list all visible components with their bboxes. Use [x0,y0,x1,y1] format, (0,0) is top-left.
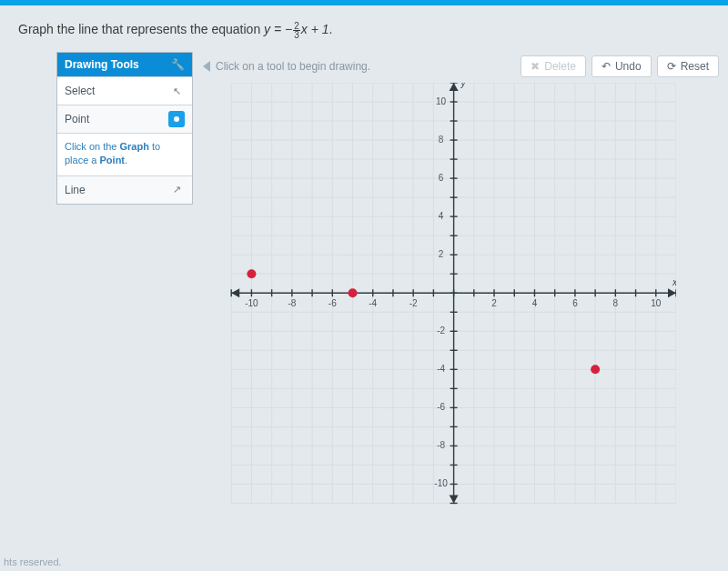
footer-text: hts reserved. [0,556,62,567]
workspace: Drawing Tools 🔧 Select ↖ Point Click on … [0,52,728,530]
svg-text:y: y [460,83,467,88]
equation-lhs: y = − [264,22,292,36]
svg-text:-6: -6 [437,402,445,412]
svg-point-121 [349,288,358,297]
graph-area[interactable]: xy -10-8-6-4-2246810-10-8-6-4-2246810 [203,83,676,530]
svg-point-120 [247,269,256,278]
svg-text:2: 2 [439,249,444,259]
sidebar-title: Drawing Tools [65,58,139,71]
svg-text:-10: -10 [245,298,258,308]
question-prompt: Graph the line that represents the equat… [0,5,728,52]
svg-point-122 [591,365,600,374]
point-icon [168,111,185,127]
tool-select[interactable]: Select ↖ [57,76,192,105]
svg-text:-10: -10 [434,478,448,488]
tool-hint: Click on the Graph to place a Point. [57,133,192,175]
tool-point[interactable]: Point [57,105,192,133]
tool-line-label: Line [65,184,86,196]
graph-panel: Click on a tool to begin drawing. ✖ Dele… [197,52,728,530]
reset-button[interactable]: ⟳ Reset [657,55,719,77]
toolbar-hint-row: Click on a tool to begin drawing. [203,60,370,73]
line-icon: ↗ [168,182,185,198]
svg-text:-2: -2 [410,298,418,308]
svg-text:-4: -4 [437,364,445,374]
svg-text:x: x [672,277,676,287]
tool-point-label: Point [65,113,89,125]
toolbar-hint: Click on a tool to begin drawing. [216,60,370,73]
equation-fraction: 23 [293,22,300,39]
svg-marker-49 [231,288,239,297]
svg-text:-8: -8 [437,440,445,450]
svg-text:4: 4 [439,211,444,221]
svg-text:-6: -6 [329,298,337,308]
svg-text:-2: -2 [437,326,445,336]
chevron-left-icon [203,61,210,72]
coordinate-grid[interactable]: xy -10-8-6-4-2246810-10-8-6-4-2246810 [203,83,676,530]
tool-line[interactable]: Line ↗ [57,175,192,204]
prompt-text: Graph the line that represents the equat… [18,22,264,36]
equation-rhs: x + 1 [301,22,329,36]
drawing-tools-sidebar: Drawing Tools 🔧 Select ↖ Point Click on … [56,52,193,205]
svg-marker-48 [668,288,676,297]
svg-text:2: 2 [491,298,497,308]
svg-text:-8: -8 [288,298,296,308]
sidebar-header: Drawing Tools 🔧 [57,53,192,76]
svg-text:-4: -4 [369,298,377,308]
prompt-trailing: . [329,22,333,36]
svg-marker-51 [450,495,459,503]
svg-marker-50 [450,83,459,91]
undo-button[interactable]: ↶ Undo [592,55,652,77]
delete-icon: ✖ [531,60,540,73]
reset-icon: ⟳ [667,60,676,73]
svg-text:10: 10 [651,298,662,308]
svg-text:6: 6 [439,173,444,183]
tool-select-label: Select [65,85,95,97]
svg-text:8: 8 [439,135,444,145]
svg-text:6: 6 [572,298,578,308]
cursor-icon: ↖ [168,83,185,99]
delete-label: Delete [544,60,576,73]
undo-label: Undo [615,60,642,73]
delete-button[interactable]: ✖ Delete [521,55,586,77]
toolbar-buttons: ✖ Delete ↶ Undo ⟳ Reset [521,55,719,77]
wrench-icon: 🔧 [171,58,185,71]
svg-text:4: 4 [532,298,538,308]
undo-icon: ↶ [602,60,611,73]
reset-label: Reset [681,60,709,73]
panel-toolbar: Click on a tool to begin drawing. ✖ Dele… [197,52,728,83]
svg-text:10: 10 [436,96,447,106]
svg-text:8: 8 [613,298,619,308]
